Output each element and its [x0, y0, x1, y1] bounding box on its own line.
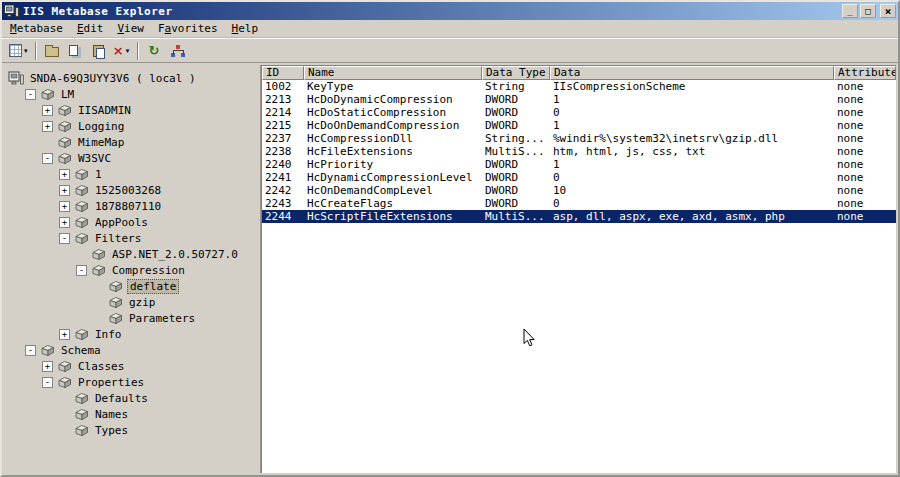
table-row-2241[interactable]: 2241HcDynamicCompressionLevelDWORD0none — [262, 171, 896, 184]
tree-item-snda-69q3uyy3v6-local[interactable]: SNDA-69Q3UYY3V6 ( local ) — [4, 70, 258, 86]
metabase-key-icon — [57, 104, 72, 117]
collapse-icon[interactable]: - — [59, 233, 70, 244]
cell-data-type: MultiS... — [482, 145, 550, 158]
tree-item-w3svc[interactable]: -W3SVC — [4, 150, 258, 166]
tree-item-types[interactable]: Types — [4, 422, 258, 438]
table-row-2215[interactable]: 2215HcDoOnDemandCompressionDWORD1none — [262, 119, 896, 132]
tree-item-deflate[interactable]: deflate — [4, 278, 258, 294]
window-title: IIS Metabase Explorer — [23, 5, 840, 18]
menu-metabase[interactable]: Metabase — [3, 20, 70, 37]
restore-button[interactable]: □ — [860, 4, 876, 18]
tree-item-label: Classes — [76, 360, 126, 373]
tree-item-mimemap[interactable]: MimeMap — [4, 134, 258, 150]
column-header-data-type[interactable]: Data Type — [482, 66, 550, 80]
delete-button[interactable]: ×▾ — [110, 40, 133, 62]
expand-icon[interactable]: + — [59, 217, 70, 228]
cell-attributes: none — [834, 145, 896, 158]
close-button[interactable]: × — [880, 4, 896, 18]
tree-item-1[interactable]: +1 — [4, 166, 258, 182]
column-header-id[interactable]: ID — [262, 66, 304, 80]
cell-id: 2238 — [262, 145, 304, 158]
tree-item-gzip[interactable]: gzip — [4, 294, 258, 310]
metabase-key-icon — [108, 280, 123, 293]
expand-icon[interactable]: + — [42, 121, 53, 132]
table-row-2240[interactable]: 2240HcPriorityDWORD1none — [262, 158, 896, 171]
metabase-key-icon — [57, 136, 72, 149]
expand-icon[interactable]: + — [42, 105, 53, 116]
table-row-2214[interactable]: 2214HcDoStaticCompressionDWORD0none — [262, 106, 896, 119]
cell-id: 2244 — [262, 210, 304, 223]
tree-item-1878807110[interactable]: +1878807110 — [4, 198, 258, 214]
collapse-icon[interactable]: - — [25, 89, 36, 100]
tree-item-properties[interactable]: -Properties — [4, 374, 258, 390]
tree-item-apppools[interactable]: +AppPools — [4, 214, 258, 230]
network-icon — [171, 44, 184, 57]
tree-item-label: Schema — [59, 344, 103, 357]
expand-icon[interactable]: + — [59, 185, 70, 196]
table-row-2237[interactable]: 2237HcCompressionDllString...%windir%\sy… — [262, 132, 896, 145]
refresh-button[interactable]: ↻ — [143, 40, 166, 62]
paste-button[interactable] — [87, 40, 110, 62]
table-row-2244[interactable]: 2244HcScriptFileExtensionsMultiS...asp, … — [262, 210, 896, 223]
column-header-data[interactable]: Data — [550, 66, 834, 80]
table-row-2238[interactable]: 2238HcFileExtensionsMultiS...htm, html, … — [262, 145, 896, 158]
table-row-1002[interactable]: 1002KeyTypeStringIIsCompressionSchemenon… — [262, 80, 896, 93]
collapse-icon[interactable]: - — [76, 265, 87, 276]
collapse-icon[interactable]: - — [42, 153, 53, 164]
tree-item-label: Types — [93, 424, 130, 437]
cell-name: HcOnDemandCompLevel — [304, 184, 482, 197]
tree-item-asp-net-2-0-50727-0[interactable]: ASP.NET_2.0.50727.0 — [4, 246, 258, 262]
table-row-2242[interactable]: 2242HcOnDemandCompLevelDWORD10none — [262, 184, 896, 197]
tree-item-1525003268[interactable]: +1525003268 — [4, 182, 258, 198]
tree-item-parameters[interactable]: Parameters — [4, 310, 258, 326]
expand-icon[interactable]: + — [59, 201, 70, 212]
column-header-name[interactable]: Name — [304, 66, 482, 80]
network-button[interactable] — [166, 40, 189, 62]
metabase-key-icon — [108, 312, 123, 325]
cell-name: HcPriority — [304, 158, 482, 171]
tree-item-label: MimeMap — [76, 136, 126, 149]
expand-icon[interactable]: + — [42, 361, 53, 372]
tree-item-names[interactable]: Names — [4, 406, 258, 422]
metabase-key-icon — [57, 360, 72, 373]
cell-data: 1 — [550, 158, 834, 171]
tree-item-filters[interactable]: -Filters — [4, 230, 258, 246]
tree-item-info[interactable]: +Info — [4, 326, 258, 342]
table-row-2243[interactable]: 2243HcCreateFlagsDWORD0none — [262, 197, 896, 210]
table-row-2213[interactable]: 2213HcDoDynamicCompressionDWORD1none — [262, 93, 896, 106]
metabase-key-icon — [74, 424, 89, 437]
cell-data: 0 — [550, 197, 834, 210]
menu-favorites[interactable]: Favorites — [151, 20, 225, 37]
collapse-icon[interactable]: - — [42, 377, 53, 388]
titlebar[interactable]: IIS Metabase Explorer _□× — [2, 2, 898, 20]
cell-data: 1 — [550, 119, 834, 132]
copy-button[interactable] — [64, 40, 87, 62]
tree-item-iisadmin[interactable]: +IISADMIN — [4, 102, 258, 118]
cell-attributes: none — [834, 197, 896, 210]
tree-item-schema[interactable]: -Schema — [4, 342, 258, 358]
expand-icon[interactable]: + — [59, 329, 70, 340]
window-controls: _□× — [840, 4, 896, 18]
menu-view[interactable]: View — [110, 20, 151, 37]
tree: SNDA-69Q3UYY3V6 ( local )-LM+IISADMIN+Lo… — [4, 65, 258, 473]
column-header-attributes[interactable]: Attributes — [834, 66, 896, 80]
expand-icon[interactable]: + — [59, 169, 70, 180]
open-button[interactable] — [41, 40, 64, 62]
tree-item-logging[interactable]: +Logging — [4, 118, 258, 134]
minimize-button[interactable]: _ — [842, 4, 858, 18]
tree-item-classes[interactable]: +Classes — [4, 358, 258, 374]
cell-id: 2241 — [262, 171, 304, 184]
tree-item-compression[interactable]: -Compression — [4, 262, 258, 278]
menu-help[interactable]: Help — [225, 20, 266, 37]
cell-attributes: none — [834, 132, 896, 145]
cell-name: HcDoStaticCompression — [304, 106, 482, 119]
menu-edit[interactable]: Edit — [70, 20, 111, 37]
cell-data-type: String — [482, 80, 550, 93]
tree-item-defaults[interactable]: Defaults — [4, 390, 258, 406]
cell-data: 10 — [550, 184, 834, 197]
metabase-key-icon — [57, 120, 72, 133]
collapse-icon[interactable]: - — [25, 345, 36, 356]
dropdown-arrow-icon: ▾ — [24, 47, 28, 55]
new-record-button[interactable]: ▾ — [6, 40, 31, 62]
tree-item-lm[interactable]: -LM — [4, 86, 258, 102]
